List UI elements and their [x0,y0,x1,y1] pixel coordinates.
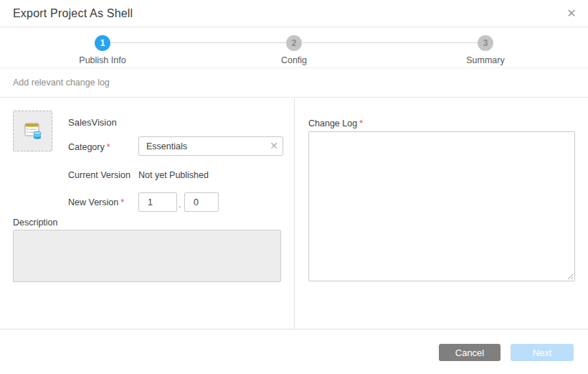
required-asterisk: * [107,142,110,152]
column-divider [294,98,295,329]
category-input[interactable] [138,136,283,156]
change-log-textarea[interactable] [308,131,575,281]
dialog-header: Export Project As Shell ✕ [0,0,588,27]
new-version-minor-input[interactable] [184,192,219,212]
subheader: Add relevant change log [0,69,588,98]
change-log-label: Change Log* [308,118,363,128]
dialog-body: SalesVision Category* ✕ Current Version … [0,98,588,329]
description-label: Description [13,218,58,228]
new-version-major-input[interactable] [138,192,177,212]
step-connector-1 [111,42,286,43]
export-project-dialog: Export Project As Shell ✕ 1 2 3 Publish … [0,0,588,374]
current-version-value: Not yet Published [138,170,209,180]
version-separator: . [179,200,181,210]
dialog-footer: Cancel Next [0,329,588,374]
step-label-config: Config [244,55,344,65]
step-circle-summary[interactable]: 3 [478,35,493,51]
project-name: SalesVision [68,117,117,128]
close-icon[interactable]: ✕ [564,6,579,22]
step-label-publish-info: Publish Info [52,55,153,65]
new-version-label: New Version* [68,197,124,207]
step-connector-2 [303,42,478,43]
required-asterisk: * [359,118,363,128]
clear-category-icon[interactable]: ✕ [270,140,278,151]
category-field-wrap: ✕ [138,136,283,156]
step-label-summary: Summary [435,55,536,65]
step-circle-config[interactable]: 2 [286,35,302,51]
cancel-button[interactable]: Cancel [439,344,501,361]
description-textarea [13,230,281,282]
category-label: Category* [68,142,110,152]
step-circle-publish-info[interactable]: 1 [95,35,110,51]
wizard-stepper: 1 2 3 Publish Info Config Summary [0,28,588,68]
project-thumbnail [13,111,52,151]
subheader-hint: Add relevant change log [13,78,110,88]
dialog-title: Export Project As Shell [13,7,133,20]
current-version-label: Current Version [68,170,131,180]
change-log-field-wrap [308,131,575,281]
project-app-icon [22,120,44,143]
next-button[interactable]: Next [511,344,574,361]
required-asterisk: * [120,197,124,207]
